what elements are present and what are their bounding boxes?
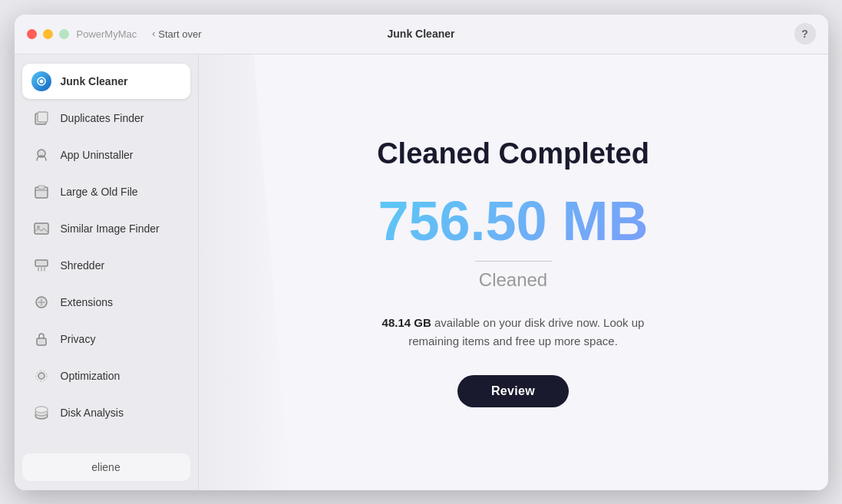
sidebar-label-large-old-file: Large & Old File	[61, 186, 138, 198]
similar-image-finder-icon	[31, 219, 51, 239]
minimize-button[interactable]	[43, 29, 53, 39]
sidebar-item-duplicates-finder[interactable]: Duplicates Finder	[22, 100, 190, 136]
sidebar-item-similar-image-finder[interactable]: Similar Image Finder	[22, 211, 190, 246]
sidebar-label-duplicates-finder: Duplicates Finder	[61, 112, 144, 124]
shredder-icon	[31, 255, 51, 275]
sidebar-label-similar-image-finder: Similar Image Finder	[61, 222, 160, 235]
window-title: Junk Cleaner	[388, 28, 455, 40]
sidebar-item-optimization[interactable]: Optimization	[22, 358, 190, 394]
app-window: PowerMyMac ‹ Start over Junk Cleaner ?	[15, 15, 828, 490]
svg-rect-7	[35, 223, 48, 234]
sidebar: Junk Cleaner Duplicates Finder	[15, 54, 199, 490]
sidebar-label-extensions: Extensions	[61, 296, 113, 308]
optimization-icon	[31, 366, 51, 386]
sidebar-label-privacy: Privacy	[61, 333, 96, 345]
disk-info: 48.14 GB available on your disk drive no…	[368, 314, 659, 351]
disk-size: 48.14 GB	[382, 316, 431, 329]
chevron-left-icon: ‹	[152, 28, 155, 39]
svg-rect-3	[38, 112, 48, 122]
sidebar-item-app-uninstaller[interactable]: App Uninstaller	[22, 137, 190, 173]
divider	[475, 261, 552, 262]
traffic-lights	[27, 29, 69, 39]
sidebar-item-extensions[interactable]: Extensions	[22, 285, 190, 320]
title-bar: PowerMyMac ‹ Start over Junk Cleaner ?	[15, 15, 828, 54]
app-name-label: PowerMyMac	[77, 28, 137, 40]
duplicates-finder-icon	[31, 108, 51, 128]
start-over-button[interactable]: ‹ Start over	[152, 28, 201, 40]
app-uninstaller-icon	[31, 145, 51, 165]
svg-rect-9	[35, 260, 48, 266]
sidebar-label-app-uninstaller: App Uninstaller	[61, 149, 134, 161]
large-old-file-icon	[31, 182, 51, 202]
cleaned-label: Cleaned	[479, 269, 547, 291]
cleaned-amount: 756.50 MB	[378, 193, 648, 249]
svg-rect-11	[37, 338, 46, 345]
help-button[interactable]: ?	[794, 23, 816, 44]
maximize-button[interactable]	[59, 29, 69, 39]
content-heading: Cleaned Completed	[377, 137, 649, 170]
svg-rect-6	[38, 186, 45, 189]
content-area: Cleaned Completed 756.50 MB Cleaned 48.1…	[199, 54, 828, 490]
svg-point-16	[35, 407, 48, 413]
disk-analysis-icon	[31, 403, 51, 423]
sidebar-label-shredder: Shredder	[61, 259, 105, 272]
sidebar-item-large-old-file[interactable]: Large & Old File	[22, 174, 190, 209]
svg-point-1	[39, 79, 43, 83]
user-section[interactable]: eliene	[22, 453, 190, 481]
sidebar-item-privacy[interactable]: Privacy	[22, 321, 190, 357]
close-button[interactable]	[27, 29, 37, 39]
extensions-icon	[31, 292, 51, 312]
svg-point-8	[37, 226, 40, 229]
disk-info-rest: available on your disk drive now. Look u…	[408, 316, 644, 348]
sidebar-item-junk-cleaner[interactable]: Junk Cleaner	[22, 64, 190, 99]
junk-cleaner-icon	[31, 71, 51, 91]
main-layout: Junk Cleaner Duplicates Finder	[15, 54, 828, 490]
username-label: eliene	[91, 461, 120, 473]
review-button[interactable]: Review	[457, 375, 569, 407]
start-over-label: Start over	[158, 28, 201, 40]
sidebar-label-disk-analysis: Disk Analysis	[61, 407, 124, 419]
sidebar-item-shredder[interactable]: Shredder	[22, 248, 190, 283]
sidebar-label-optimization: Optimization	[61, 370, 121, 382]
sidebar-label-junk-cleaner: Junk Cleaner	[61, 75, 128, 87]
privacy-icon	[31, 329, 51, 349]
svg-point-12	[38, 373, 45, 379]
sidebar-item-disk-analysis[interactable]: Disk Analysis	[22, 395, 190, 430]
